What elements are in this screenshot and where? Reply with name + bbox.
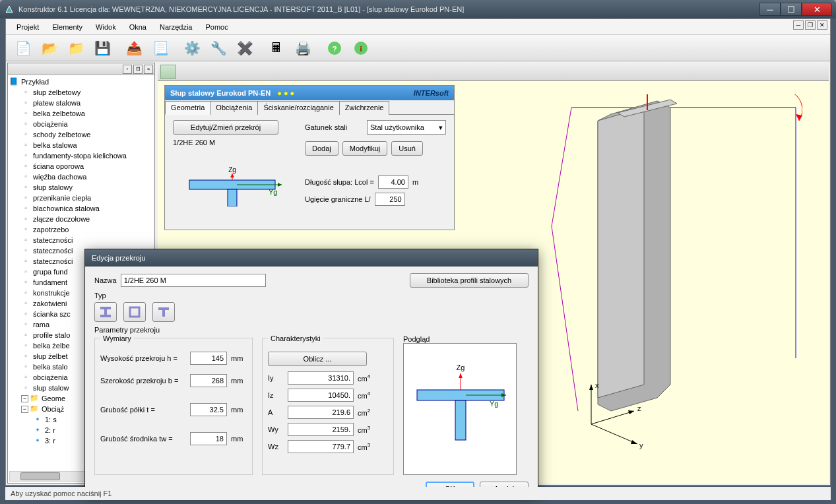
tree-expand-icon[interactable]: −	[21, 406, 28, 413]
type-t-button[interactable]	[152, 302, 175, 322]
tree-item[interactable]: fundament	[33, 278, 67, 286]
tree-item[interactable]: stateczności	[33, 257, 73, 265]
menu-widok[interactable]: Widok	[90, 22, 121, 32]
tree-item[interactable]: złącze doczołowe	[33, 215, 90, 223]
tree-item[interactable]: ściana oporowa	[33, 162, 84, 170]
tree-leaf[interactable]: 1: s	[45, 416, 57, 424]
tree-item[interactable]: płatew stalowa	[33, 99, 80, 107]
mdi-close[interactable]: ✕	[817, 20, 827, 30]
maximize-button[interactable]: ☐	[781, 3, 802, 16]
tb-delete-icon[interactable]: ✖️	[233, 38, 257, 59]
menu-narzedzia[interactable]: Narzędzia	[154, 22, 198, 32]
tree-pin-icon[interactable]: ⊟	[133, 65, 143, 74]
modify-button[interactable]: Modyfikuj	[342, 141, 387, 156]
tree-item[interactable]: schody żelbetowe	[33, 131, 90, 139]
tree-item[interactable]: stateczności	[33, 236, 73, 244]
tb-doc-gear-icon[interactable]: 📃	[148, 38, 172, 59]
minimize-button[interactable]: ─	[759, 3, 781, 16]
tree-item[interactable]: blachownica stalowa	[33, 205, 100, 212]
tb-gear2-icon[interactable]: 🔧	[207, 38, 230, 59]
delete-button[interactable]: Usuń	[391, 141, 423, 156]
tree-item[interactable]: profile stalo	[33, 331, 70, 339]
menu-projekt[interactable]: Projekt	[11, 22, 44, 32]
menubar: Projekt Elementy Widok Okna Narzędzia Po…	[6, 19, 830, 35]
edit-section-button[interactable]: Edytuj/Zmień przekrój	[173, 120, 278, 135]
tree-sub-obc[interactable]: Obciąż	[42, 405, 64, 413]
tree-item[interactable]: zapotrzebo	[33, 226, 69, 234]
tree-root[interactable]: Przykład	[21, 78, 49, 86]
deflection-input[interactable]	[375, 193, 405, 206]
calc-button[interactable]: Oblicz ...	[268, 352, 367, 366]
tree-item[interactable]: słup żelbet	[33, 352, 68, 360]
tree-item[interactable]: belka stalowa	[33, 141, 77, 149]
tab-geometria[interactable]: Geometria	[165, 101, 210, 115]
close-button[interactable]: ✕	[802, 3, 832, 16]
profile-library-button[interactable]: Biblioteka profili stalowych	[410, 273, 529, 288]
mdi-restore[interactable]: ❐	[805, 20, 816, 30]
tb-open-icon[interactable]: 📂	[38, 38, 61, 59]
tree-item[interactable]: słup stalowy	[33, 183, 73, 191]
mdi-minimize[interactable]: ─	[793, 20, 804, 30]
name-input[interactable]	[121, 274, 266, 287]
tree-item[interactable]: konstrukcje	[33, 289, 70, 297]
b-input[interactable]	[190, 374, 227, 387]
tb-calc-icon[interactable]: 🖩	[265, 38, 288, 59]
tree-item[interactable]: rama	[33, 321, 49, 329]
tree-item-icon: ▫️	[21, 236, 32, 245]
main-window: Konstruktor 6.1 Licencja dla: WEWNĘTRZNA…	[0, 0, 836, 504]
doc-toolbar	[158, 63, 829, 81]
params-title: Parametry przekroju	[94, 326, 529, 334]
tree-item-icon: ▫️	[21, 288, 32, 298]
t-input[interactable]	[190, 403, 227, 416]
add-button[interactable]: Dodaj	[305, 141, 338, 156]
tree-leaf[interactable]: 3: r	[45, 437, 55, 445]
menu-elementy[interactable]: Elementy	[47, 22, 88, 32]
menu-okna[interactable]: Okna	[124, 22, 152, 32]
tree-item[interactable]: słup żelbetowy	[33, 88, 80, 96]
tb-help-icon[interactable]: ?	[323, 38, 346, 59]
tree-float-icon[interactable]: ▫	[123, 65, 132, 74]
tb-save-icon[interactable]: 💾	[90, 38, 114, 59]
tw-input[interactable]	[190, 432, 227, 445]
tree-item[interactable]: więźba dachowa	[33, 173, 86, 181]
tb-gear1-icon[interactable]: ⚙️	[180, 38, 204, 59]
tree-item[interactable]: obciążenia	[33, 120, 68, 128]
tree-item[interactable]: belka żelbe	[33, 342, 70, 350]
column-3d-view: x y z	[538, 94, 802, 464]
tree-item[interactable]: obciążenia	[33, 373, 68, 381]
tree-item[interactable]: belka żelbetowa	[33, 110, 85, 117]
tb-doc-up-icon[interactable]: 📤	[122, 38, 146, 59]
tree-item[interactable]: stateczności	[33, 247, 73, 255]
tree-sub-geom[interactable]: Geome	[42, 394, 65, 402]
preview-canvas: Zg Yg	[403, 343, 517, 475]
tab-sciskanie[interactable]: Ściskanie/rozciąganie	[257, 101, 339, 115]
tree-item[interactable]: grupa fund	[33, 268, 68, 276]
tree-item-icon: ▫️	[21, 373, 32, 382]
menu-pomoc[interactable]: Pomoc	[201, 22, 234, 32]
tab-obciazenia[interactable]: Obciążenia	[210, 101, 258, 115]
tree-item[interactable]: fundamenty-stopa kielichowa	[33, 152, 127, 160]
tab-zwichrzenie[interactable]: Zwichrzenie	[339, 101, 390, 115]
tree-item-icon: ▫️	[21, 214, 32, 224]
tb-new-icon[interactable]: 📄	[11, 38, 35, 59]
tree-item[interactable]: ścianka szc	[33, 310, 71, 318]
tree-item[interactable]: przenikanie ciepła	[33, 194, 91, 202]
tree-close-icon[interactable]: ×	[144, 65, 153, 74]
doc-view-button[interactable]	[160, 65, 176, 79]
type-i-button[interactable]	[94, 302, 117, 322]
tree-leaf[interactable]: 2: r	[45, 426, 55, 434]
tree-item[interactable]: slup stalow	[33, 384, 69, 392]
section-name-label: 1/2HE 260 M	[173, 139, 292, 146]
type-box-button[interactable]	[123, 302, 146, 322]
tree-item[interactable]: belka stalo	[33, 363, 68, 371]
tree-item[interactable]: zakotwieni	[33, 299, 67, 307]
dims-title: Wymiary	[100, 334, 134, 342]
steel-select[interactable]: Stal użytkownika	[367, 120, 446, 135]
tree-expand-icon[interactable]: −	[21, 395, 28, 402]
tb-folder-icon[interactable]: 📁	[64, 38, 88, 59]
length-input[interactable]	[378, 175, 408, 189]
tb-print-icon[interactable]: 🖨️	[291, 38, 315, 59]
h-input[interactable]	[190, 352, 227, 365]
tb-info-icon[interactable]: i	[349, 38, 373, 59]
svg-line-6	[552, 108, 571, 226]
